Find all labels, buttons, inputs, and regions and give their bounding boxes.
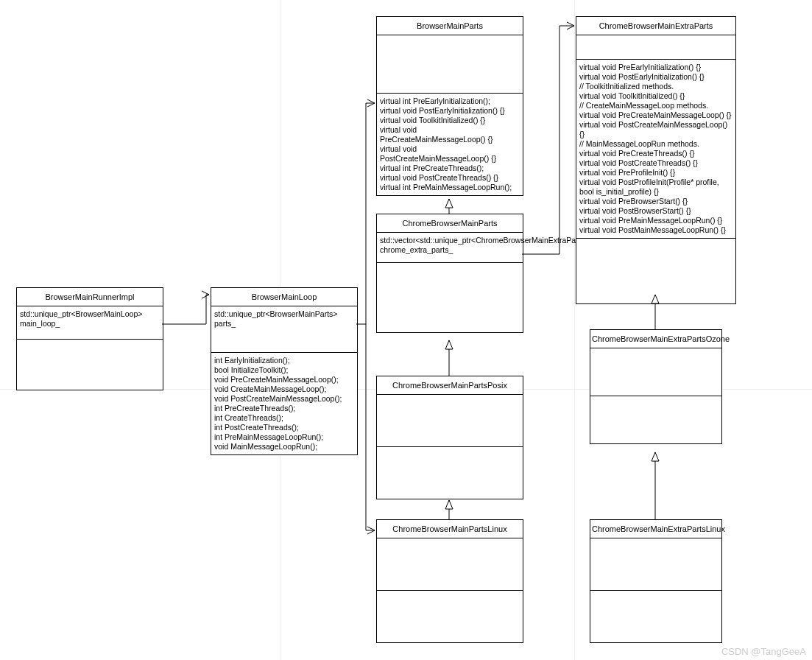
assoc-loop-to-parts (356, 103, 375, 324)
class-title: ChromeBrowserMainExtraPartsOzone (590, 330, 721, 348)
class-attrs (590, 538, 721, 591)
class-attrs (576, 35, 735, 60)
class-browser-main-parts: BrowserMainParts virtual int PreEarlyIni… (376, 16, 523, 196)
class-chrome-browser-main-parts-linux: ChromeBrowserMainPartsLinux (376, 519, 523, 643)
class-attrs (590, 348, 721, 396)
class-attrs (377, 395, 523, 447)
class-title: ChromeBrowserMainExtraParts (576, 17, 735, 35)
class-ops: virtual int PreEarlyInitialization(); vi… (377, 94, 523, 195)
assoc-runner-to-loop (162, 295, 209, 324)
class-attrs (377, 538, 523, 591)
class-attrs (377, 35, 523, 94)
class-title: ChromeBrowserMainPartsLinux (377, 520, 523, 538)
class-attrs: std::vector<std::unique_ptr<ChromeBrowse… (377, 233, 523, 263)
class-ops: virtual void PreEarlyInitialization() {}… (576, 60, 735, 239)
class-title: ChromeBrowserMainExtraPartsLinux (590, 520, 721, 538)
class-ops: int EarlyInitialization(); bool Initiali… (211, 353, 357, 454)
class-title: BrowserMainParts (377, 17, 523, 35)
assoc-loop-to-linux (366, 324, 375, 530)
watermark: CSDN @TangGeeA (721, 646, 806, 657)
class-attrs: std::unique_ptr<BrowserMainParts> parts_ (211, 306, 357, 353)
diagram-canvas: BrowserMainRunnerImpl std::unique_ptr<Br… (0, 0, 812, 660)
class-title: ChromeBrowserMainPartsPosix (377, 376, 523, 395)
assoc-cbmp-to-extra (522, 26, 574, 254)
class-ops (590, 396, 721, 443)
class-chrome-browser-main-parts: ChromeBrowserMainParts std::vector<std::… (376, 214, 523, 333)
class-browser-main-loop: BrowserMainLoop std::unique_ptr<BrowserM… (211, 287, 358, 455)
class-ops (377, 263, 523, 332)
class-ops (590, 591, 721, 642)
class-chrome-browser-main-extra-parts: ChromeBrowserMainExtraParts virtual void… (576, 16, 736, 304)
class-chrome-browser-main-extra-parts-linux: ChromeBrowserMainExtraPartsLinux (590, 519, 722, 643)
class-ops (17, 340, 163, 390)
class-title: BrowserMainLoop (211, 288, 357, 306)
class-chrome-browser-main-parts-posix: ChromeBrowserMainPartsPosix (376, 376, 523, 499)
class-ops (377, 447, 523, 499)
class-title: BrowserMainRunnerImpl (17, 288, 163, 306)
class-browser-main-runner-impl: BrowserMainRunnerImpl std::unique_ptr<Br… (16, 287, 163, 390)
class-attrs: std::unique_ptr<BrowserMainLoop> main_lo… (17, 306, 163, 340)
class-title: ChromeBrowserMainParts (377, 214, 523, 233)
class-chrome-browser-main-extra-parts-ozone: ChromeBrowserMainExtraPartsOzone (590, 329, 722, 444)
class-extra (576, 239, 735, 303)
class-ops (377, 591, 523, 642)
